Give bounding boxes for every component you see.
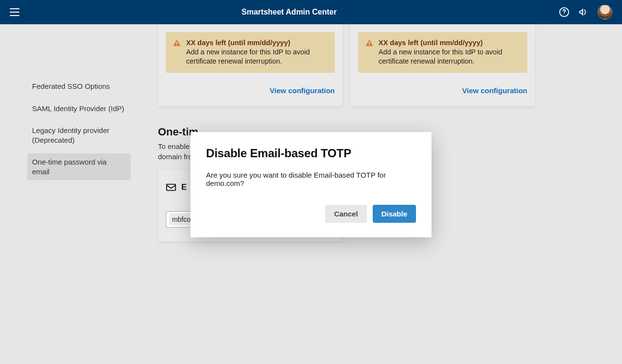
alert-body: Add a new instance for this IdP to avoid…: [379, 48, 520, 66]
sidebar-item-federated-sso[interactable]: Federated SSO Options: [27, 78, 131, 95]
avatar[interactable]: [598, 5, 612, 19]
modal-actions: Cancel Disable: [206, 205, 416, 223]
cert-expiry-alert: XX days left (until mm/dd/yyyy) Add a ne…: [166, 32, 335, 73]
envelope-icon: [166, 182, 176, 193]
page-title: Smartsheet Admin Center: [19, 8, 559, 17]
warning-icon: [173, 39, 181, 48]
modal-title: Disable Email-based TOTP: [206, 147, 416, 160]
cancel-button[interactable]: Cancel: [325, 205, 366, 223]
sidebar-item-label: Legacy Identity provider (Deprecated): [32, 126, 109, 144]
disable-totp-modal: Disable Email-based TOTP Are you sure yo…: [190, 132, 432, 237]
announcements-icon[interactable]: [578, 7, 589, 17]
svg-rect-4: [369, 42, 370, 44]
idp-card: XX days left (until mm/dd/yyyy) Add a ne…: [350, 24, 535, 106]
sidebar-item-label: SAML Identity Provider (IdP): [32, 104, 124, 113]
sidebar-item-label: One-time password via email: [32, 158, 106, 176]
idp-cards-row: XX days left (until mm/dd/yyyy) Add a ne…: [158, 24, 603, 106]
view-configuration-link[interactable]: View configuration: [166, 86, 335, 95]
modal-body: Are you sure you want to disable Email-b…: [206, 171, 416, 187]
view-configuration-link[interactable]: View configuration: [358, 86, 527, 95]
idp-card: XX days left (until mm/dd/yyyy) Add a ne…: [158, 24, 343, 106]
svg-rect-3: [176, 45, 177, 46]
svg-rect-5: [369, 45, 370, 46]
svg-rect-6: [167, 184, 175, 190]
menu-icon[interactable]: [10, 8, 19, 16]
sidebar-item-label: Federated SSO Options: [32, 82, 110, 90]
disable-button[interactable]: Disable: [373, 205, 416, 223]
svg-rect-2: [176, 42, 177, 44]
sidebar-item-legacy-idp[interactable]: Legacy Identity provider (Deprecated): [27, 122, 131, 149]
alert-title: XX days left (until mm/dd/yyyy): [186, 39, 328, 47]
email-label-fragment: E: [181, 182, 187, 192]
alert-title: XX days left (until mm/dd/yyyy): [379, 39, 520, 47]
sidebar-item-otp-email[interactable]: One-time password via email: [27, 153, 131, 180]
sidebar: Federated SSO Options SAML Identity Prov…: [0, 24, 138, 364]
help-icon[interactable]: [559, 7, 570, 17]
warning-icon: [365, 39, 374, 48]
topbar: Smartsheet Admin Center: [0, 0, 622, 24]
topbar-right: [559, 5, 612, 19]
section-desc-line: domain fro: [158, 152, 192, 161]
cert-expiry-alert: XX days left (until mm/dd/yyyy) Add a ne…: [358, 32, 527, 73]
svg-point-1: [564, 14, 564, 15]
alert-body: Add a new instance for this IdP to avoid…: [186, 48, 328, 66]
sidebar-item-saml-idp[interactable]: SAML Identity Provider (IdP): [27, 100, 131, 117]
